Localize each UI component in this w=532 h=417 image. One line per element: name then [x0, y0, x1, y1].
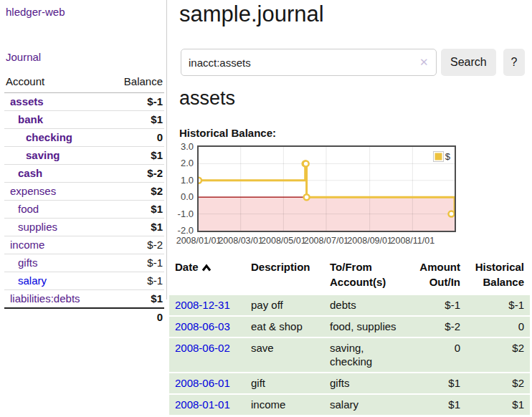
sidebar-account-gifts[interactable]: gifts — [6, 257, 38, 269]
accounts-col-account: Account — [4, 72, 108, 93]
account-row: liabilities:debts$1 — [4, 290, 164, 309]
sidebar-account-food[interactable]: food — [6, 203, 39, 216]
sidebar-account-saving[interactable]: saving — [6, 149, 60, 162]
transaction-accounts: gifts — [324, 373, 412, 394]
accounts-table-body: assets$-1bank$1checking0saving$1cash$-2e… — [4, 93, 164, 309]
transaction-accounts: food, supplies — [324, 316, 412, 337]
col-accounts: To/From Account(s) — [324, 257, 412, 295]
transaction-date-cell: 2008-01-01 — [169, 394, 245, 416]
account-balance: $-1 — [108, 272, 164, 290]
chart-canvas — [199, 147, 455, 231]
col-description: Description — [245, 257, 324, 295]
y-axis-label: -1.0 — [169, 208, 194, 219]
account-row: gifts$-1 — [4, 254, 164, 272]
transaction-date-cell: 2008-12-31 — [169, 295, 245, 316]
accounts-total-balance: 0 — [108, 308, 164, 326]
account-balance: $1 — [108, 201, 164, 219]
app-title-link[interactable]: hledger-web — [6, 6, 65, 18]
search-input[interactable] — [181, 49, 437, 76]
legend-label: $ — [445, 151, 450, 162]
account-balance: $1 — [108, 147, 164, 165]
transaction-accounts: debts — [324, 295, 412, 316]
transaction-amount: $-2 — [412, 316, 466, 337]
chart-legend: $ — [432, 150, 452, 163]
hledger-web-app: hledger-web Journal Account Balance asse… — [0, 0, 532, 417]
page-title: sample.journal — [179, 1, 324, 27]
account-balance: $-1 — [108, 93, 164, 111]
balance-chart: $ — [197, 145, 456, 232]
account-balance: $-2 — [108, 165, 164, 183]
accounts-table: Account Balance assets$-1bank$1checking0… — [4, 72, 164, 326]
transaction-balance: 0 — [466, 316, 530, 337]
transaction-balance: $2 — [466, 373, 530, 394]
col-balance: Historical Balance — [466, 257, 530, 295]
transaction-date-cell: 2008-06-01 — [169, 373, 245, 394]
account-row: cash$-2 — [4, 165, 164, 183]
y-axis-label: 1.0 — [169, 175, 194, 186]
sidebar-divider — [166, 0, 167, 299]
transaction-date-link[interactable]: 2008-06-03 — [175, 320, 230, 332]
transaction-date-link[interactable]: 2008-12-31 — [175, 299, 230, 311]
register-row: 2008-06-03eat & shopfood, supplies$-20 — [169, 316, 530, 337]
sidebar-account-bank[interactable]: bank — [6, 113, 43, 126]
x-axis-label: 2008/11/01 — [386, 236, 438, 246]
transaction-balance: $-1 — [466, 295, 530, 316]
transaction-description: income — [245, 394, 324, 416]
sidebar-account-liabilities-debts[interactable]: liabilities:debts — [6, 292, 80, 305]
account-row: expenses$2 — [4, 183, 164, 201]
col-description-label: Description — [251, 261, 310, 273]
transaction-balance: $2 — [466, 337, 530, 373]
sidebar-account-assets[interactable]: assets — [6, 95, 44, 108]
legend-swatch-icon — [433, 151, 444, 162]
col-balance-label: Historical Balance — [475, 261, 524, 288]
clear-search-icon[interactable]: ✕ — [419, 56, 429, 69]
sidebar-account-income[interactable]: income — [6, 239, 44, 251]
register-row: 2008-06-02savesaving, checking0$2 — [169, 337, 530, 373]
account-row: bank$1 — [4, 111, 164, 129]
accounts-header-row: Account Balance — [4, 72, 164, 93]
transaction-description: eat & shop — [245, 316, 324, 337]
register-row: 2008-01-01incomesalary$1$1 — [169, 394, 530, 416]
sidebar-account-cash[interactable]: cash — [6, 167, 42, 180]
chart-heading: Historical Balance: — [179, 127, 276, 139]
account-balance: $-2 — [108, 236, 164, 254]
register-table-body: 2008-12-31pay offdebts$-1$-12008-06-03ea… — [169, 295, 530, 416]
transaction-date-cell: 2008-06-03 — [169, 316, 245, 337]
transaction-date-link[interactable]: 2008-06-01 — [175, 377, 230, 389]
account-row: supplies$1 — [4, 219, 164, 236]
transaction-balance: $1 — [466, 394, 530, 416]
account-row: saving$1 — [4, 147, 164, 165]
register-row: 2008-06-01giftgifts$1$2 — [169, 373, 530, 394]
account-balance: $2 — [108, 183, 164, 201]
sidebar-account-salary[interactable]: salary — [6, 274, 47, 287]
account-balance: $1 — [108, 219, 164, 236]
sidebar-item-journal[interactable]: Journal — [6, 51, 41, 63]
col-amount: Amount Out/In — [412, 257, 466, 295]
sidebar-account-checking[interactable]: checking — [6, 131, 72, 144]
y-axis-label: 2.0 — [169, 158, 194, 168]
col-amount-label: Amount Out/In — [419, 261, 460, 288]
y-axis-label: -2.0 — [169, 225, 194, 236]
transaction-amount: $-1 — [412, 295, 466, 316]
transaction-description: pay off — [245, 295, 324, 316]
register-header-row: Date Description To/From Account(s) Amou… — [169, 257, 530, 295]
account-balance: $1 — [108, 111, 164, 129]
col-date[interactable]: Date — [169, 257, 245, 295]
register-table: Date Description To/From Account(s) Amou… — [169, 257, 530, 416]
transaction-date-link[interactable]: 2008-01-01 — [175, 398, 230, 411]
transaction-description: gift — [245, 373, 324, 394]
transaction-accounts: salary — [324, 394, 412, 416]
register-row: 2008-12-31pay offdebts$-1$-1 — [169, 295, 530, 316]
transaction-description: save — [245, 337, 324, 373]
account-balance: $1 — [108, 290, 164, 309]
account-row: food$1 — [4, 201, 164, 219]
transaction-date-link[interactable]: 2008-06-02 — [175, 342, 230, 354]
search-button[interactable]: Search — [441, 49, 496, 76]
y-axis-label: 3.0 — [169, 141, 194, 152]
account-row: checking0 — [4, 129, 164, 147]
sidebar-account-expenses[interactable]: expenses — [6, 185, 56, 198]
col-accounts-label: To/From Account(s) — [330, 261, 386, 288]
account-row: income$-2 — [4, 236, 164, 254]
sidebar-account-supplies[interactable]: supplies — [6, 221, 57, 234]
help-button[interactable]: ? — [503, 49, 525, 76]
